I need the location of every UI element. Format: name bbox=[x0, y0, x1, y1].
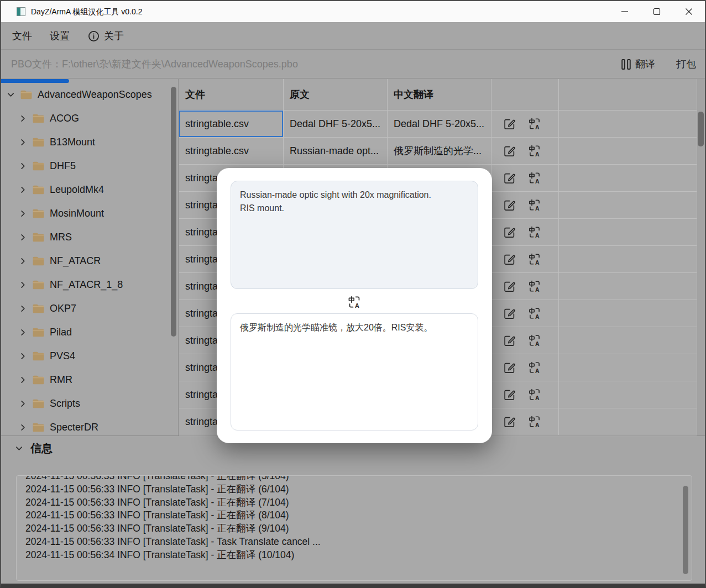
edit-row-button[interactable] bbox=[503, 389, 516, 401]
log-line: 2024-11-15 00:56:33 INFO [TranslateTask]… bbox=[25, 475, 677, 483]
cell-actions: A bbox=[491, 408, 559, 435]
chevron-right-icon bbox=[19, 186, 27, 194]
edit-row-button[interactable] bbox=[503, 226, 516, 239]
translate-icon: A bbox=[348, 295, 362, 309]
translate-icon: A bbox=[528, 225, 541, 239]
translate-row-button[interactable]: A bbox=[528, 334, 541, 347]
cell-actions: A bbox=[491, 354, 559, 381]
menu-about[interactable]: 关于 bbox=[88, 22, 124, 50]
chevron-down-icon bbox=[7, 91, 15, 99]
info-panel-header[interactable]: 信息 bbox=[15, 441, 53, 456]
dialog-translate-button[interactable]: A bbox=[348, 295, 362, 309]
table-scrollbar-track[interactable] bbox=[697, 79, 705, 435]
sidebar-item-okp7[interactable]: OKP7 bbox=[1, 297, 178, 321]
translate-row-button[interactable]: A bbox=[528, 117, 541, 130]
edit-row-button[interactable] bbox=[503, 172, 516, 185]
minimize-button[interactable] bbox=[609, 1, 641, 22]
log-line: 2024-11-15 00:56:33 INFO [TranslateTask]… bbox=[25, 522, 677, 536]
svg-text:A: A bbox=[535, 259, 540, 266]
svg-text:A: A bbox=[535, 178, 540, 185]
sidebar-item-dhf5[interactable]: DHF5 bbox=[1, 154, 178, 178]
menu-settings[interactable]: 设置 bbox=[50, 22, 70, 50]
sidebar-item-pilad[interactable]: Pilad bbox=[1, 321, 178, 344]
close-icon bbox=[685, 8, 693, 15]
translated-text-area[interactable]: 俄罗斯制造的光学瞄准镜，放大20倍。RIS安装。 bbox=[231, 313, 478, 431]
cell-source[interactable]: Russian-made opt... bbox=[284, 138, 388, 164]
cell-file[interactable]: stringtable.csv bbox=[179, 111, 284, 137]
menu-file[interactable]: 文件 bbox=[12, 22, 32, 50]
svg-text:A: A bbox=[535, 232, 540, 239]
folder-tree: AdvancedWeaponScopesACOGB13MountDHF5Leup… bbox=[1, 83, 178, 435]
svg-text:A: A bbox=[355, 302, 359, 309]
edit-row-button[interactable] bbox=[503, 334, 516, 347]
edit-row-button[interactable] bbox=[503, 361, 516, 374]
sidebar-item-mrs[interactable]: MRS bbox=[1, 225, 178, 249]
log-scrollbar-thumb[interactable] bbox=[683, 486, 688, 574]
edit-row-button[interactable] bbox=[503, 416, 516, 428]
translate-row-button[interactable]: A bbox=[528, 225, 541, 239]
sidebar-item-acog[interactable]: ACOG bbox=[1, 107, 178, 130]
cell-filler bbox=[559, 300, 705, 327]
folder-icon bbox=[32, 422, 45, 433]
sidebar-item-nf_atacr[interactable]: NF_ATACR bbox=[1, 249, 178, 273]
source-text-area[interactable]: Russian-made optic sight with 20x magnif… bbox=[231, 181, 478, 289]
translate-row-button[interactable]: A bbox=[528, 280, 541, 293]
sidebar-scrollbar-thumb[interactable] bbox=[171, 87, 176, 337]
edit-row-button[interactable] bbox=[503, 253, 516, 266]
cell-translation[interactable]: 俄罗斯制造的光学... bbox=[388, 138, 491, 164]
folder-icon bbox=[32, 327, 45, 338]
cell-filler bbox=[559, 354, 705, 381]
edit-row-button[interactable] bbox=[503, 307, 516, 320]
translate-button[interactable]: 翻译 bbox=[635, 50, 655, 78]
sidebar-item-leupoldmk4[interactable]: LeupoldMk4 bbox=[1, 178, 178, 202]
sidebar-item-b13mount[interactable]: B13Mount bbox=[1, 130, 178, 154]
translate-row-button[interactable]: A bbox=[528, 388, 541, 401]
edit-icon bbox=[503, 145, 516, 158]
pack-button[interactable]: 打包 bbox=[676, 50, 696, 78]
chevron-right-icon bbox=[19, 328, 27, 337]
table-scrollbar-thumb[interactable] bbox=[698, 112, 704, 146]
log-line: 2024-11-15 00:56:33 INFO [TranslateTask]… bbox=[25, 483, 677, 496]
translate-row-button[interactable]: A bbox=[528, 415, 541, 428]
translate-icon: A bbox=[528, 117, 541, 130]
translate-row-button[interactable]: A bbox=[528, 171, 541, 185]
app-window: DayZ/ArmA 模组汉化工具 v0.0.2 文件 设置 关于 PBO文件：F… bbox=[0, 0, 706, 588]
translate-row-button[interactable]: A bbox=[528, 253, 541, 266]
edit-row-button[interactable] bbox=[503, 145, 516, 158]
cell-filler bbox=[559, 192, 705, 218]
sidebar-item-scripts[interactable]: Scripts bbox=[1, 392, 178, 416]
edit-row-button[interactable] bbox=[503, 280, 516, 293]
menu-settings-label: 设置 bbox=[50, 29, 70, 43]
chevron-right-icon bbox=[19, 305, 27, 313]
tree-item-label: B13Mount bbox=[50, 136, 95, 148]
cell-filler bbox=[559, 165, 705, 191]
translate-row-button[interactable]: A bbox=[528, 307, 541, 320]
edit-row-button[interactable] bbox=[503, 118, 516, 130]
cell-source[interactable]: Dedal DHF 5-20x5... bbox=[284, 111, 388, 137]
edit-icon bbox=[503, 361, 516, 374]
translate-icon: A bbox=[528, 144, 541, 158]
translate-row-button[interactable]: A bbox=[528, 144, 541, 158]
translate-row-button[interactable]: A bbox=[528, 361, 541, 374]
cell-filler bbox=[559, 327, 705, 354]
sidebar-item-advancedweaponscopes[interactable]: AdvancedWeaponScopes bbox=[1, 83, 178, 107]
translate-icon: A bbox=[528, 280, 541, 293]
table-row: stringtable.csvDedal DHF 5-20x5...Dedal … bbox=[179, 111, 705, 138]
translate-row-button[interactable]: A bbox=[528, 198, 541, 212]
sidebar-item-mosinmount[interactable]: MosinMount bbox=[1, 202, 178, 225]
cell-file[interactable]: stringtable.csv bbox=[179, 138, 284, 164]
column-header-actions bbox=[491, 79, 559, 110]
svg-text:A: A bbox=[535, 124, 540, 130]
pause-translate-button[interactable] bbox=[621, 59, 631, 70]
edit-row-button[interactable] bbox=[503, 199, 516, 212]
pause-icon bbox=[621, 59, 631, 70]
cell-translation[interactable]: Dedal DHF 5-20x5... bbox=[388, 111, 491, 137]
sidebar-item-rmr[interactable]: RMR bbox=[1, 368, 178, 392]
sidebar-item-nf_atacr_1_8[interactable]: NF_ATACR_1_8 bbox=[1, 273, 178, 297]
sidebar-item-pvs4[interactable]: PVS4 bbox=[1, 344, 178, 368]
maximize-button[interactable] bbox=[641, 1, 673, 22]
edit-icon bbox=[503, 253, 516, 266]
sidebar-item-specterdr[interactable]: SpecterDR bbox=[1, 416, 178, 435]
folder-icon bbox=[32, 256, 45, 266]
close-button[interactable] bbox=[673, 1, 705, 22]
